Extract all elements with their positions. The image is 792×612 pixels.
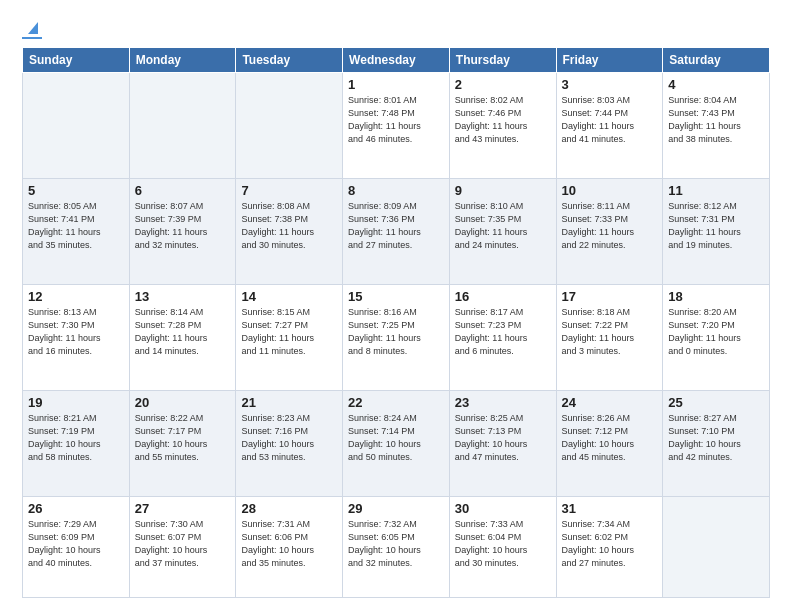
day-number: 15 [348,289,444,304]
calendar-cell: 3Sunrise: 8:03 AM Sunset: 7:44 PM Daylig… [556,73,663,179]
calendar-cell: 4Sunrise: 8:04 AM Sunset: 7:43 PM Daylig… [663,73,770,179]
day-number: 22 [348,395,444,410]
day-number: 14 [241,289,337,304]
day-number: 21 [241,395,337,410]
day-info: Sunrise: 7:34 AM Sunset: 6:02 PM Dayligh… [562,518,658,570]
day-info: Sunrise: 8:23 AM Sunset: 7:16 PM Dayligh… [241,412,337,464]
calendar-cell [129,73,236,179]
day-number: 24 [562,395,658,410]
calendar-cell: 20Sunrise: 8:22 AM Sunset: 7:17 PM Dayli… [129,390,236,496]
calendar-table: SundayMondayTuesdayWednesdayThursdayFrid… [22,47,770,598]
calendar-cell: 12Sunrise: 8:13 AM Sunset: 7:30 PM Dayli… [23,284,130,390]
calendar-cell: 31Sunrise: 7:34 AM Sunset: 6:02 PM Dayli… [556,496,663,597]
day-info: Sunrise: 8:10 AM Sunset: 7:35 PM Dayligh… [455,200,551,252]
day-number: 5 [28,183,124,198]
day-number: 25 [668,395,764,410]
day-info: Sunrise: 8:08 AM Sunset: 7:38 PM Dayligh… [241,200,337,252]
calendar-cell: 25Sunrise: 8:27 AM Sunset: 7:10 PM Dayli… [663,390,770,496]
day-number: 4 [668,77,764,92]
day-number: 30 [455,501,551,516]
calendar-cell: 8Sunrise: 8:09 AM Sunset: 7:36 PM Daylig… [343,178,450,284]
calendar-cell: 16Sunrise: 8:17 AM Sunset: 7:23 PM Dayli… [449,284,556,390]
day-number: 27 [135,501,231,516]
day-info: Sunrise: 8:02 AM Sunset: 7:46 PM Dayligh… [455,94,551,146]
day-number: 8 [348,183,444,198]
col-header-friday: Friday [556,48,663,73]
day-number: 12 [28,289,124,304]
day-info: Sunrise: 8:15 AM Sunset: 7:27 PM Dayligh… [241,306,337,358]
calendar-cell: 11Sunrise: 8:12 AM Sunset: 7:31 PM Dayli… [663,178,770,284]
day-number: 28 [241,501,337,516]
calendar-cell: 27Sunrise: 7:30 AM Sunset: 6:07 PM Dayli… [129,496,236,597]
day-number: 19 [28,395,124,410]
day-info: Sunrise: 8:12 AM Sunset: 7:31 PM Dayligh… [668,200,764,252]
day-number: 17 [562,289,658,304]
day-number: 18 [668,289,764,304]
day-info: Sunrise: 7:32 AM Sunset: 6:05 PM Dayligh… [348,518,444,570]
day-info: Sunrise: 8:27 AM Sunset: 7:10 PM Dayligh… [668,412,764,464]
calendar-cell: 2Sunrise: 8:02 AM Sunset: 7:46 PM Daylig… [449,73,556,179]
calendar-cell: 15Sunrise: 8:16 AM Sunset: 7:25 PM Dayli… [343,284,450,390]
day-info: Sunrise: 7:33 AM Sunset: 6:04 PM Dayligh… [455,518,551,570]
col-header-tuesday: Tuesday [236,48,343,73]
day-info: Sunrise: 8:22 AM Sunset: 7:17 PM Dayligh… [135,412,231,464]
day-info: Sunrise: 8:01 AM Sunset: 7:48 PM Dayligh… [348,94,444,146]
day-info: Sunrise: 8:26 AM Sunset: 7:12 PM Dayligh… [562,412,658,464]
day-info: Sunrise: 8:18 AM Sunset: 7:22 PM Dayligh… [562,306,658,358]
day-info: Sunrise: 8:21 AM Sunset: 7:19 PM Dayligh… [28,412,124,464]
calendar-cell [236,73,343,179]
calendar-cell: 22Sunrise: 8:24 AM Sunset: 7:14 PM Dayli… [343,390,450,496]
day-number: 10 [562,183,658,198]
day-number: 1 [348,77,444,92]
calendar-cell: 17Sunrise: 8:18 AM Sunset: 7:22 PM Dayli… [556,284,663,390]
day-info: Sunrise: 8:09 AM Sunset: 7:36 PM Dayligh… [348,200,444,252]
calendar-cell: 7Sunrise: 8:08 AM Sunset: 7:38 PM Daylig… [236,178,343,284]
calendar-cell: 29Sunrise: 7:32 AM Sunset: 6:05 PM Dayli… [343,496,450,597]
day-number: 23 [455,395,551,410]
day-info: Sunrise: 8:03 AM Sunset: 7:44 PM Dayligh… [562,94,658,146]
calendar-cell [23,73,130,179]
day-number: 13 [135,289,231,304]
col-header-saturday: Saturday [663,48,770,73]
day-info: Sunrise: 8:16 AM Sunset: 7:25 PM Dayligh… [348,306,444,358]
calendar-cell: 9Sunrise: 8:10 AM Sunset: 7:35 PM Daylig… [449,178,556,284]
col-header-thursday: Thursday [449,48,556,73]
col-header-sunday: Sunday [23,48,130,73]
calendar-cell: 13Sunrise: 8:14 AM Sunset: 7:28 PM Dayli… [129,284,236,390]
day-info: Sunrise: 8:07 AM Sunset: 7:39 PM Dayligh… [135,200,231,252]
calendar-cell: 1Sunrise: 8:01 AM Sunset: 7:48 PM Daylig… [343,73,450,179]
day-number: 20 [135,395,231,410]
svg-marker-0 [28,22,38,34]
calendar-cell: 24Sunrise: 8:26 AM Sunset: 7:12 PM Dayli… [556,390,663,496]
header [22,18,770,39]
day-info: Sunrise: 8:20 AM Sunset: 7:20 PM Dayligh… [668,306,764,358]
page: SundayMondayTuesdayWednesdayThursdayFrid… [0,0,792,612]
calendar-cell: 5Sunrise: 8:05 AM Sunset: 7:41 PM Daylig… [23,178,130,284]
day-number: 2 [455,77,551,92]
calendar-cell: 30Sunrise: 7:33 AM Sunset: 6:04 PM Dayli… [449,496,556,597]
day-info: Sunrise: 8:13 AM Sunset: 7:30 PM Dayligh… [28,306,124,358]
logo-icon [24,18,42,36]
day-number: 31 [562,501,658,516]
calendar-cell: 26Sunrise: 7:29 AM Sunset: 6:09 PM Dayli… [23,496,130,597]
day-info: Sunrise: 8:25 AM Sunset: 7:13 PM Dayligh… [455,412,551,464]
calendar-cell: 23Sunrise: 8:25 AM Sunset: 7:13 PM Dayli… [449,390,556,496]
day-info: Sunrise: 7:30 AM Sunset: 6:07 PM Dayligh… [135,518,231,570]
day-number: 29 [348,501,444,516]
calendar-cell: 14Sunrise: 8:15 AM Sunset: 7:27 PM Dayli… [236,284,343,390]
day-info: Sunrise: 8:14 AM Sunset: 7:28 PM Dayligh… [135,306,231,358]
day-number: 7 [241,183,337,198]
day-info: Sunrise: 8:17 AM Sunset: 7:23 PM Dayligh… [455,306,551,358]
calendar-cell: 6Sunrise: 8:07 AM Sunset: 7:39 PM Daylig… [129,178,236,284]
day-info: Sunrise: 8:05 AM Sunset: 7:41 PM Dayligh… [28,200,124,252]
col-header-monday: Monday [129,48,236,73]
day-info: Sunrise: 7:31 AM Sunset: 6:06 PM Dayligh… [241,518,337,570]
logo-divider [22,37,42,39]
day-info: Sunrise: 8:04 AM Sunset: 7:43 PM Dayligh… [668,94,764,146]
calendar-cell: 21Sunrise: 8:23 AM Sunset: 7:16 PM Dayli… [236,390,343,496]
col-header-wednesday: Wednesday [343,48,450,73]
day-info: Sunrise: 8:24 AM Sunset: 7:14 PM Dayligh… [348,412,444,464]
day-number: 11 [668,183,764,198]
calendar-cell: 10Sunrise: 8:11 AM Sunset: 7:33 PM Dayli… [556,178,663,284]
logo [22,18,42,39]
